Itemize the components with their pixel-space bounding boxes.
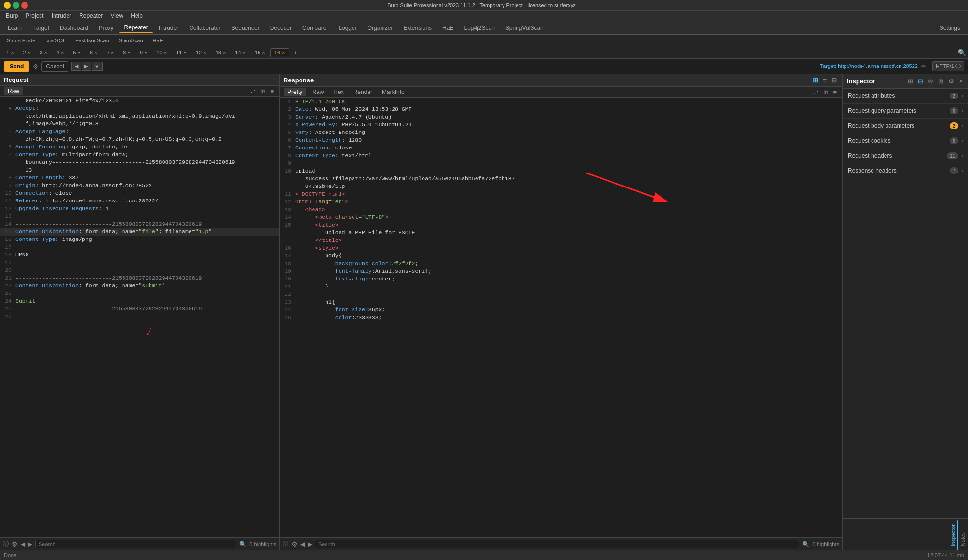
inspector-section-1[interactable]: Request query parameters 0 › xyxy=(843,104,968,119)
request-tab-raw[interactable]: Raw xyxy=(4,87,23,95)
response-search-input[interactable] xyxy=(315,540,799,548)
nav-comparer[interactable]: Comparer xyxy=(298,23,333,33)
side-tab-notes[interactable]: Notes xyxy=(958,520,968,550)
request-search-input[interactable] xyxy=(35,540,236,548)
side-tab-inspector[interactable]: Inspector xyxy=(949,520,958,550)
request-gear-icon[interactable]: ⚙ xyxy=(12,540,18,548)
request-back-icon[interactable]: ◀ xyxy=(21,541,25,547)
response-tab-pretty[interactable]: Pretty xyxy=(284,88,306,96)
settings-gear-icon[interactable]: ⚙ xyxy=(32,63,39,70)
rep-tab-9[interactable]: 9 × xyxy=(136,48,152,57)
plugin-struts[interactable]: Struts Finder xyxy=(3,37,41,44)
nav-spring[interactable]: SpringVulScan xyxy=(501,23,548,33)
inspector-section-3[interactable]: Request cookies 0 › xyxy=(843,133,968,148)
maximize-button[interactable] xyxy=(13,2,19,9)
rep-tab-11[interactable]: 11 × xyxy=(172,48,191,57)
nav-hae[interactable]: HaE xyxy=(437,23,458,33)
nav-proxy[interactable]: Proxy xyxy=(94,23,119,33)
rep-tab-10[interactable]: 10 × xyxy=(152,48,171,57)
nav-dashboard[interactable]: Dashboard xyxy=(55,23,93,33)
dropdown-button[interactable]: ▼ xyxy=(92,62,103,71)
response-tab-markinfo[interactable]: MarkInfo xyxy=(378,88,409,96)
rep-tab-add[interactable]: + xyxy=(290,48,301,57)
menu-project[interactable]: Project xyxy=(22,12,47,20)
response-gear-icon[interactable]: ⚙ xyxy=(291,540,298,548)
rep-tab-3[interactable]: 3 × xyxy=(35,48,52,57)
rep-tab-8[interactable]: 8 × xyxy=(119,48,135,57)
nav-repeater[interactable]: Repeater xyxy=(119,23,152,33)
nav-extensions[interactable]: Extensions xyxy=(398,23,436,33)
inspector-close-icon[interactable]: × xyxy=(957,77,964,85)
nav-organizer[interactable]: Organizer xyxy=(363,23,398,33)
rep-tab-6[interactable]: 6 × xyxy=(85,48,102,57)
rep-tab-5[interactable]: 5 × xyxy=(68,48,85,57)
nav-decoder[interactable]: Decoder xyxy=(265,23,297,33)
response-wrap-icon[interactable]: ⇌ xyxy=(812,88,820,96)
plugin-fastjson[interactable]: FastJsonScan xyxy=(71,37,113,44)
plugin-shiro[interactable]: ShiroScan xyxy=(115,37,147,44)
search-icon-tab[interactable]: 🔍 xyxy=(958,49,966,56)
nav-collaborator[interactable]: Collaborator xyxy=(184,23,225,33)
nav-logger[interactable]: Logger xyxy=(334,23,361,33)
window-controls[interactable] xyxy=(4,2,28,9)
cancel-button[interactable]: Cancel xyxy=(41,61,68,72)
rep-tab-7[interactable]: 7 × xyxy=(102,48,119,57)
split-icon[interactable]: ⊟ xyxy=(830,76,838,84)
inspector-section-5[interactable]: Response headers 7 › xyxy=(843,163,968,178)
inspector-align-icon[interactable]: ⊜ xyxy=(927,77,935,85)
rep-tab-2[interactable]: 2 × xyxy=(19,48,35,57)
menu-view[interactable]: View xyxy=(107,12,127,20)
nav-target[interactable]: Target xyxy=(28,23,54,33)
inspector-settings-icon[interactable]: ⚙ xyxy=(947,77,955,85)
response-search-icon[interactable]: 🔍 xyxy=(802,541,809,547)
inspector-collapse-icon[interactable]: ⊠ xyxy=(937,77,945,85)
menu-repeater[interactable]: Repeater xyxy=(75,12,107,20)
response-help-icon[interactable]: ⓘ xyxy=(283,540,288,548)
rep-tab-4[interactable]: 4 × xyxy=(52,48,68,57)
inspector-grid-icon[interactable]: ⊞ xyxy=(906,77,914,85)
menu-burp[interactable]: Burp xyxy=(2,12,22,20)
menu-help[interactable]: Help xyxy=(127,12,147,20)
request-forward-icon[interactable]: ▶ xyxy=(28,541,32,547)
nav-settings[interactable]: Settings xyxy=(935,23,965,33)
nav-intruder[interactable]: Intruder xyxy=(154,23,183,33)
send-button[interactable]: Send xyxy=(4,61,29,72)
response-code-area[interactable]: 1 HTTP/1.1 200 OK 2 Date: Wed, 06 Mar 20… xyxy=(280,98,842,537)
inspector-section-4[interactable]: Request headers 11 › xyxy=(843,148,968,163)
request-help-icon[interactable]: ⓘ xyxy=(3,540,9,548)
minimize-button[interactable] xyxy=(4,2,11,9)
response-menu-icon[interactable]: ≡ xyxy=(832,88,838,96)
back-button[interactable]: ◀ xyxy=(71,62,81,71)
rep-tab-1[interactable]: 1 × xyxy=(2,48,18,57)
request-code-area[interactable]: ↓ Gecko/20100101 Firefox/123.0 4 Accept:… xyxy=(0,97,279,537)
inspector-section-0[interactable]: Request attributes 2 › xyxy=(843,89,968,104)
wrap-icon[interactable]: ⇌ xyxy=(249,87,257,95)
menu-icon[interactable]: ≡ xyxy=(269,87,275,95)
grid-icon[interactable]: ⊞ xyxy=(811,76,819,84)
menu-intruder[interactable]: Intruder xyxy=(48,12,75,20)
close-button[interactable] xyxy=(21,2,28,9)
rep-tab-13[interactable]: 13 × xyxy=(211,48,231,57)
inspector-section-2[interactable]: Request body parameters 2 › xyxy=(843,119,968,133)
inspector-list-icon[interactable]: ⊟ xyxy=(916,77,925,85)
plugin-hae2[interactable]: HaE xyxy=(149,37,167,44)
nav-sequencer[interactable]: Sequencer xyxy=(227,23,264,33)
nav-log4j[interactable]: Log4j2Scan xyxy=(459,23,499,33)
list-icon[interactable]: ≡ xyxy=(821,76,828,84)
forward-button[interactable]: ▶ xyxy=(82,62,91,71)
response-forward-icon[interactable]: ▶ xyxy=(308,541,312,547)
nav-learn[interactable]: Learn xyxy=(3,23,27,33)
ln-icon[interactable]: ln xyxy=(259,87,267,95)
rep-tab-12[interactable]: 12 × xyxy=(191,48,211,57)
response-ln-icon[interactable]: ln xyxy=(822,88,830,96)
response-tab-render[interactable]: Render xyxy=(350,88,376,96)
http-version-badge[interactable]: HTTP/1 ⓘ xyxy=(932,61,964,71)
rep-tab-15[interactable]: 15 × xyxy=(250,48,270,57)
response-tab-hex[interactable]: Hex xyxy=(329,88,347,96)
response-back-icon[interactable]: ◀ xyxy=(300,541,305,547)
request-search-icon[interactable]: 🔍 xyxy=(239,541,246,547)
plugin-sqli[interactable]: xia SQL xyxy=(43,37,69,44)
rep-tab-16[interactable]: 16 × xyxy=(270,48,289,57)
response-tab-raw[interactable]: Raw xyxy=(308,88,327,96)
rep-tab-14[interactable]: 14 × xyxy=(231,48,250,57)
